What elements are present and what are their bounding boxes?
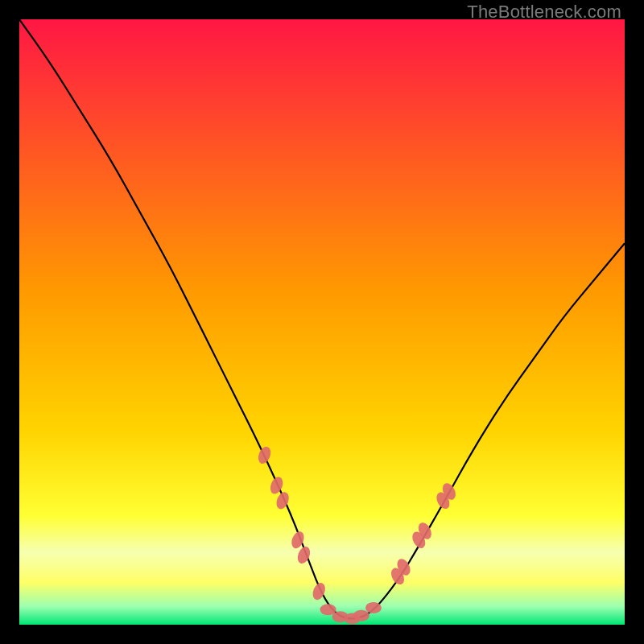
marker-dot — [365, 602, 382, 613]
bottleneck-chart — [19, 19, 625, 625]
gradient-background — [19, 19, 625, 625]
chart-frame — [19, 19, 625, 625]
marker-dot — [353, 610, 369, 621]
